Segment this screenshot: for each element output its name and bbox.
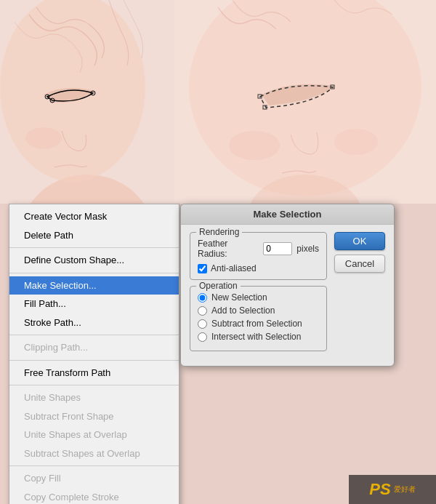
menu-item-unite-shapes-overlap[interactable]: Unite Shapes at Overlap (9, 425, 179, 444)
radio-add-selection-label: Add to Selection (211, 305, 275, 316)
radio-subtract-from-selection[interactable] (198, 319, 207, 329)
menu-item-delete-path[interactable]: Delete Path (9, 226, 179, 245)
watermark-text: 爱好者 (394, 485, 416, 494)
feather-radius-label: Feather Radius: (198, 239, 259, 259)
menu-item-copy-complete-stroke[interactable]: Copy Complete Stroke (9, 488, 179, 505)
canvas-left (0, 0, 174, 204)
menu-item-subtract-front-shape[interactable]: Subtract Front Shape (9, 407, 179, 426)
make-selection-dialog: Make Selection Rendering Feather Radius:… (180, 204, 395, 367)
ok-button[interactable]: OK (334, 232, 385, 250)
radio-new-selection-row: New Selection (198, 292, 319, 303)
menu-item-free-transform-path[interactable]: Free Transform Path (9, 364, 179, 383)
operation-section: Operation New Selection Add to Selection… (190, 286, 327, 351)
radio-subtract-selection-row: Subtract from Selection (198, 319, 319, 329)
rendering-label: Rendering (196, 227, 242, 237)
menu-item-copy-fill[interactable]: Copy Fill (9, 469, 179, 488)
feather-radius-row: Feather Radius: pixels (198, 239, 319, 259)
watermark: PS 爱好者 (349, 475, 436, 504)
anti-aliased-row: Anti-aliased (198, 263, 319, 273)
menu-item-subtract-shapes-overlap[interactable]: Subtract Shapes at Overlap (9, 444, 179, 463)
menu-item-create-vector-mask[interactable]: Create Vector Mask (9, 207, 179, 226)
svg-point-6 (25, 127, 62, 149)
menu-item-fill-path[interactable]: Fill Path... (9, 295, 179, 313)
context-menu: Create Vector Mask Delete Path Define Cu… (9, 204, 179, 504)
watermark-ps: PS (369, 480, 390, 499)
menu-separator-6 (9, 465, 179, 466)
svg-point-12 (229, 131, 280, 160)
dialog-left-panel: Rendering Feather Radius: pixels Anti-al… (190, 232, 327, 357)
radio-new-selection[interactable] (198, 293, 207, 303)
dialog-right-panel: OK Cancel (334, 232, 385, 357)
radio-new-selection-label: New Selection (211, 292, 267, 303)
rendering-section: Rendering Feather Radius: pixels Anti-al… (190, 232, 327, 280)
canvas-area (0, 0, 436, 204)
menu-separator-4 (9, 360, 179, 361)
dialog-title: Make Selection (181, 204, 394, 225)
radio-intersect-with-selection[interactable] (198, 332, 207, 342)
menu-separator-1 (9, 247, 179, 248)
radio-add-selection-row: Add to Selection (198, 305, 319, 316)
cancel-button[interactable]: Cancel (334, 255, 385, 273)
anti-aliased-label: Anti-aliased (211, 263, 257, 273)
radio-add-to-selection[interactable] (198, 306, 207, 316)
menu-item-make-selection[interactable]: Make Selection... (9, 276, 179, 295)
menu-separator-3 (9, 335, 179, 335)
menu-separator-5 (9, 385, 179, 385)
radio-intersect-selection-label: Intersect with Selection (211, 332, 301, 342)
menu-item-unite-shapes[interactable]: Unite Shapes (9, 388, 179, 407)
radio-subtract-selection-label: Subtract from Selection (211, 319, 302, 329)
menu-item-stroke-path[interactable]: Stroke Path... (9, 313, 179, 332)
operation-label: Operation (196, 281, 241, 291)
feather-radius-input[interactable] (263, 242, 292, 255)
anti-aliased-checkbox[interactable] (198, 264, 207, 273)
pixels-label: pixels (296, 244, 319, 254)
svg-point-13 (334, 129, 378, 155)
menu-separator-2 (9, 273, 179, 273)
menu-item-clipping-path[interactable]: Clipping Path... (9, 338, 179, 357)
menu-item-define-custom-shape[interactable]: Define Custom Shape... (9, 251, 179, 270)
canvas-right (174, 0, 436, 204)
radio-intersect-selection-row: Intersect with Selection (198, 332, 319, 342)
